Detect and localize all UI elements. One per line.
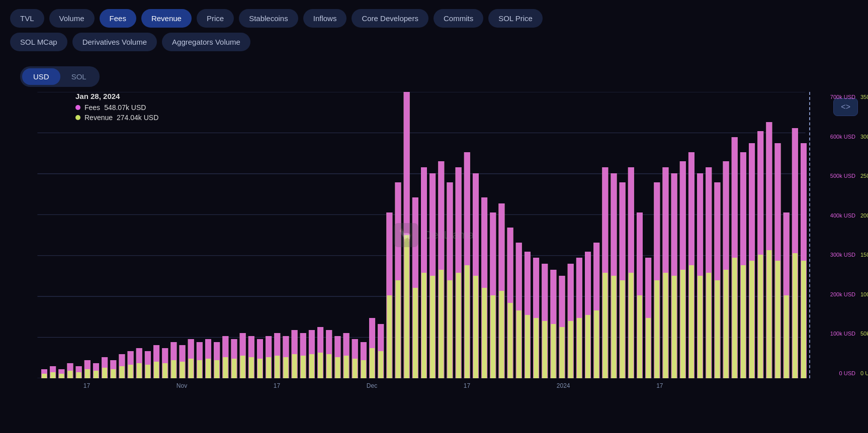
bars-svg: [25, 92, 823, 378]
y-label-left: 300k USD: [815, 252, 855, 258]
y-label-right: 200k USD: [860, 212, 868, 219]
y-label-left: 200k USD: [815, 291, 855, 297]
nav-btn-derivatives-volume[interactable]: Derivatives Volume: [72, 33, 157, 51]
y-label-left: 0 USD: [815, 370, 855, 376]
svg-rect-226: [663, 273, 668, 378]
y-axis-right: 350k USD300k USD250k USD200k USD150k USD…: [860, 92, 868, 378]
svg-rect-76: [232, 359, 237, 378]
svg-rect-103: [309, 354, 314, 378]
nav-btn-fees[interactable]: Fees: [100, 9, 136, 28]
svg-rect-175: [516, 310, 522, 378]
svg-rect-49: [154, 362, 159, 378]
svg-rect-16: [59, 374, 64, 378]
nav-btn-sol-mcap[interactable]: SOL MCap: [10, 33, 67, 51]
svg-rect-256: [749, 261, 754, 378]
svg-rect-187: [551, 324, 556, 378]
currency-toggle: USDSOL: [20, 66, 100, 87]
svg-rect-151: [448, 280, 453, 378]
y-label-left: 500k USD: [815, 173, 855, 179]
nav-btn-sol-price[interactable]: SOL Price: [488, 9, 543, 28]
nav-btn-core-developers[interactable]: Core Developers: [352, 9, 428, 28]
svg-rect-274: [801, 261, 806, 378]
svg-rect-112: [335, 357, 340, 378]
nav-btn-revenue[interactable]: Revenue: [141, 9, 192, 28]
svg-rect-88: [266, 357, 271, 378]
y-label-right: 50k USD: [860, 331, 868, 337]
svg-rect-34: [111, 369, 116, 378]
top-nav: TVLVolumeFeesRevenuePriceStablecoinsInfl…: [0, 0, 868, 28]
svg-rect-22: [76, 372, 81, 378]
svg-rect-97: [292, 354, 297, 378]
svg-rect-157: [465, 265, 470, 378]
svg-rect-193: [568, 321, 573, 378]
svg-rect-43: [137, 363, 142, 378]
y-label-left: 700k USD: [815, 94, 855, 100]
svg-rect-100: [301, 356, 306, 378]
currency-btn-usd[interactable]: USD: [22, 68, 60, 85]
svg-rect-136: [404, 235, 409, 378]
svg-rect-115: [344, 356, 349, 378]
svg-rect-211: [620, 280, 625, 378]
y-axis-left: 700k USD600k USD500k USD400k USD300k USD…: [815, 92, 855, 378]
svg-rect-166: [490, 295, 495, 378]
svg-rect-154: [456, 273, 461, 378]
svg-rect-37: [119, 366, 124, 378]
svg-rect-55: [171, 360, 176, 378]
svg-rect-79: [240, 356, 245, 378]
svg-rect-106: [318, 353, 323, 378]
svg-rect-58: [180, 362, 185, 378]
y-label-right: 300k USD: [860, 134, 868, 140]
nav-btn-stablecoins[interactable]: Stablecoins: [239, 9, 298, 28]
x-label: 17: [464, 382, 470, 389]
svg-rect-40: [128, 365, 133, 378]
svg-rect-85: [257, 359, 263, 378]
chart-area: Jan 28, 2024 Fees 548.07k USD Revenue 27…: [0, 92, 868, 393]
svg-rect-241: [706, 273, 711, 378]
svg-rect-196: [577, 318, 582, 378]
svg-rect-178: [525, 315, 530, 378]
svg-rect-238: [698, 276, 703, 378]
svg-rect-253: [741, 265, 746, 378]
svg-rect-121: [361, 360, 366, 378]
svg-rect-19: [68, 371, 73, 378]
svg-rect-82: [249, 357, 254, 378]
x-label: Nov: [177, 382, 187, 389]
svg-rect-244: [715, 280, 720, 378]
svg-rect-229: [672, 276, 677, 378]
chart-container: 🦙 DefiLlama 700k USD600k USD500k USD400k…: [10, 92, 858, 378]
nav-btn-inflows[interactable]: Inflows: [303, 9, 347, 28]
svg-rect-25: [85, 369, 90, 378]
nav-btn-commits[interactable]: Commits: [433, 9, 483, 28]
svg-rect-220: [646, 318, 651, 378]
nav-btn-aggregators-volume[interactable]: Aggregators Volume: [162, 33, 250, 51]
svg-rect-214: [629, 273, 634, 378]
svg-rect-268: [784, 295, 789, 378]
svg-rect-250: [732, 258, 737, 378]
svg-rect-262: [766, 250, 771, 378]
nav-btn-volume[interactable]: Volume: [49, 9, 95, 28]
svg-rect-118: [353, 359, 358, 378]
svg-rect-10: [42, 374, 47, 378]
currency-btn-sol[interactable]: SOL: [60, 68, 98, 85]
svg-rect-160: [473, 276, 478, 378]
nav-btn-tvl[interactable]: TVL: [10, 9, 44, 28]
svg-rect-169: [499, 291, 504, 378]
nav-btn-price[interactable]: Price: [197, 9, 234, 28]
svg-rect-217: [637, 295, 642, 378]
svg-rect-223: [654, 280, 659, 378]
svg-rect-202: [594, 310, 599, 378]
svg-rect-271: [793, 253, 798, 378]
svg-rect-181: [534, 318, 539, 378]
svg-rect-127: [378, 351, 383, 378]
second-row-nav: SOL MCapDerivatives VolumeAggregators Vo…: [0, 28, 868, 51]
svg-rect-247: [724, 270, 729, 378]
svg-rect-94: [284, 357, 289, 378]
svg-rect-184: [542, 321, 547, 378]
y-label-left: 400k USD: [815, 212, 855, 219]
x-axis: 17Nov17Dec17202417: [10, 378, 858, 389]
svg-rect-199: [585, 315, 590, 378]
svg-rect-133: [396, 280, 401, 378]
svg-rect-145: [430, 276, 435, 378]
svg-rect-73: [223, 357, 228, 378]
x-label: 2024: [557, 382, 570, 389]
